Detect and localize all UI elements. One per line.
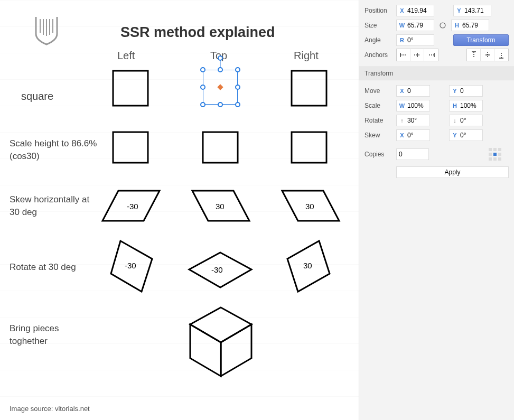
shape-label: 30: [303, 261, 312, 270]
rotate-cw-input[interactable]: [460, 117, 480, 124]
svg-rect-8: [203, 132, 238, 163]
shape-rotate-left[interactable]: -30: [109, 238, 156, 296]
size-w-input[interactable]: [407, 22, 432, 29]
position-x-field[interactable]: X: [396, 5, 434, 16]
shape-scaled-left[interactable]: [112, 131, 149, 164]
row-label-3: Rotate at 30 deg: [10, 261, 99, 274]
scale-h-field[interactable]: H: [449, 100, 483, 111]
shape-cube[interactable]: [187, 305, 255, 379]
size-h-field[interactable]: H: [451, 20, 489, 31]
shape-scaled-right[interactable]: [291, 131, 328, 164]
shape-label: -30: [211, 265, 223, 274]
resize-handle[interactable]: [235, 102, 240, 107]
skew-x-field[interactable]: X: [396, 129, 430, 141]
resize-handle[interactable]: [200, 102, 205, 107]
skew-y-input[interactable]: [460, 132, 480, 139]
anchor-left-icon[interactable]: [397, 49, 410, 61]
label-size: Size: [365, 22, 393, 29]
svg-rect-5: [113, 71, 148, 106]
shape-scaled-top[interactable]: [202, 131, 239, 164]
angle-field[interactable]: R: [396, 34, 434, 46]
shape-skew-top[interactable]: 30: [189, 189, 253, 223]
svg-marker-17: [190, 324, 221, 376]
move-y-field[interactable]: Y: [449, 85, 483, 97]
anchor-top-icon[interactable]: [467, 49, 481, 61]
shape-skew-right[interactable]: 30: [279, 189, 342, 223]
shape-label: -30: [125, 261, 136, 270]
row-label-0: square: [21, 89, 111, 104]
copies-field[interactable]: [396, 148, 429, 160]
label-scale: Scale: [365, 102, 393, 109]
row-label-2: Skew horizontally at 30 deg: [10, 193, 99, 219]
move-x-input[interactable]: [407, 87, 427, 95]
size-h-input[interactable]: [462, 22, 487, 29]
shape-rotate-top[interactable]: -30: [186, 250, 255, 290]
resize-handle[interactable]: [235, 67, 240, 72]
footer-note: Image source: vitorials.net: [10, 405, 90, 413]
transform-button[interactable]: Transform: [453, 34, 509, 46]
rotate-cw-field[interactable]: ↓: [449, 115, 483, 126]
label-position: Position: [365, 7, 393, 14]
col-header-right: Right: [294, 50, 319, 62]
label-angle: Angle: [365, 36, 393, 44]
position-x-input[interactable]: [407, 7, 432, 14]
col-header-left: Left: [117, 50, 135, 62]
label-rotate: Rotate: [365, 117, 393, 124]
label-skew: Skew: [365, 132, 393, 139]
skew-x-input[interactable]: [407, 132, 427, 139]
shape-square-top-selected[interactable]: [203, 70, 238, 105]
copies-input[interactable]: [399, 151, 426, 158]
svg-rect-9: [292, 132, 326, 163]
label-anchors: Anchors: [365, 51, 393, 59]
apply-button[interactable]: Apply: [396, 166, 509, 178]
label-move: Move: [365, 87, 393, 95]
canvas[interactable]: SSR method explained Left Top Right squa…: [0, 0, 359, 420]
anchor-hcenter-icon[interactable]: [410, 49, 424, 61]
svg-rect-6: [292, 71, 326, 106]
shape-skew-left[interactable]: -30: [99, 189, 163, 223]
svg-marker-18: [221, 324, 251, 376]
resize-handle[interactable]: [218, 67, 223, 72]
copies-origin-grid[interactable]: [489, 148, 501, 161]
resize-handle[interactable]: [235, 85, 240, 90]
resize-handle[interactable]: [218, 102, 223, 107]
shape-rotate-right[interactable]: 30: [285, 238, 333, 296]
anchor-v-group: [466, 49, 509, 61]
rotate-ccw-field[interactable]: ↑: [396, 115, 430, 126]
label-copies: Copies: [365, 151, 393, 158]
size-w-field[interactable]: W: [396, 20, 434, 31]
skew-y-field[interactable]: Y: [449, 129, 483, 141]
move-x-field[interactable]: X: [396, 85, 430, 97]
move-y-input[interactable]: [460, 87, 480, 95]
anchor-right-icon[interactable]: [424, 49, 438, 61]
scale-h-input[interactable]: [460, 102, 480, 109]
shape-label: -30: [127, 202, 138, 211]
resize-handle[interactable]: [200, 67, 205, 72]
section-header-transform: Transform: [359, 67, 514, 80]
position-y-field[interactable]: Y: [453, 5, 491, 16]
anchor-bottom-icon[interactable]: [494, 49, 508, 61]
rotate-ccw-input[interactable]: [407, 117, 427, 124]
shape-square-left[interactable]: [112, 70, 149, 107]
properties-panel: Position X Y Size W H Angle R Transform …: [359, 0, 514, 420]
svg-rect-7: [113, 132, 148, 163]
shape-label: 30: [216, 202, 225, 211]
row-label-1: Scale height to 86.6% (cos30): [10, 137, 99, 163]
shape-label: 30: [305, 202, 314, 211]
rotation-handle[interactable]: [218, 55, 223, 61]
svg-marker-16: [190, 307, 251, 342]
row-label-4: Bring pieces toghether: [10, 322, 99, 348]
scale-w-input[interactable]: [407, 102, 427, 109]
canvas-title: SSR method explained: [120, 24, 275, 41]
anchor-h-group: [396, 49, 438, 61]
app-logo-icon: [32, 15, 61, 48]
angle-input[interactable]: [407, 36, 432, 44]
shape-square-right[interactable]: [291, 70, 328, 107]
scale-w-field[interactable]: W: [396, 100, 430, 111]
resize-handle[interactable]: [200, 85, 205, 90]
position-y-input[interactable]: [464, 7, 489, 14]
lock-aspect-icon[interactable]: [437, 20, 448, 31]
anchor-vcenter-icon[interactable]: [481, 49, 494, 61]
